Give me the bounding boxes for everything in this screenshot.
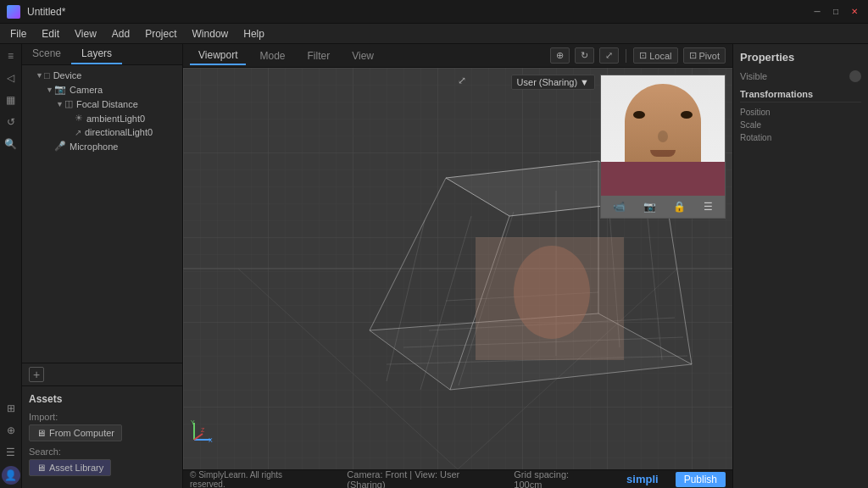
- computer-icon: 🖥: [36, 428, 46, 438]
- arrow-camera: ▼: [46, 86, 54, 94]
- menu-add[interactable]: Add: [105, 26, 136, 42]
- publish-button[interactable]: Publish: [676, 472, 726, 487]
- tree-item-directional[interactable]: ▶ ↗ directionalLight0: [22, 125, 182, 139]
- menu-edit[interactable]: Edit: [35, 26, 66, 42]
- visible-row: Visible: [740, 70, 861, 82]
- position-field: Position: [740, 108, 861, 117]
- minimize-btn[interactable]: ─: [810, 5, 824, 19]
- icon-ambient: ☀: [75, 113, 83, 124]
- add-item-button[interactable]: +: [29, 367, 44, 382]
- tree-item-focal[interactable]: ▼ ◫ Focal Distance: [22, 97, 182, 111]
- expand-viewport-btn[interactable]: ⤢: [458, 75, 466, 86]
- transformations-title: Transformations: [740, 89, 861, 103]
- grid-info: Grid spacing: 100cm: [514, 469, 599, 489]
- tree-item-device[interactable]: ▼ □ Device: [22, 69, 182, 82]
- menu-window[interactable]: Window: [186, 26, 236, 42]
- axes-svg: X Y Z: [190, 419, 215, 444]
- menu-bar: File Edit View Add Project Window Help: [0, 24, 868, 44]
- cam-photo-btn[interactable]: 📷: [643, 201, 656, 213]
- properties-panel: Properties Visible Transformations Posit…: [732, 44, 868, 488]
- icon-microphone: 🎤: [54, 141, 66, 152]
- icon-device: □: [44, 70, 50, 80]
- label-ambient: ambientLight0: [86, 114, 145, 124]
- user-sharing-btn[interactable]: User (Sharing) ▼: [511, 75, 595, 90]
- import-label: Import:: [29, 412, 175, 422]
- svg-point-23: [514, 246, 590, 339]
- left-icon-user[interactable]: 👤: [2, 466, 20, 485]
- scale-btn[interactable]: ⤢: [599, 47, 619, 64]
- tab-mode[interactable]: Mode: [251, 47, 293, 64]
- tab-view[interactable]: View: [343, 47, 382, 64]
- icon-focal: ◫: [64, 98, 73, 109]
- menu-project[interactable]: Project: [138, 26, 183, 42]
- expand-icon: ⤢: [458, 75, 466, 86]
- user-sharing-area: User (Sharing) ▼: [511, 75, 595, 90]
- cam-video-btn[interactable]: 📹: [613, 201, 626, 213]
- svg-line-26: [194, 434, 203, 440]
- menu-help[interactable]: Help: [236, 26, 271, 42]
- sharing-label: User (Sharing): [517, 77, 578, 87]
- tab-scene[interactable]: Scene: [22, 44, 71, 64]
- pivot-btn[interactable]: ⊡ Pivot: [683, 47, 726, 64]
- rotation-field: Rotation: [740, 133, 861, 142]
- svg-text:Y: Y: [191, 419, 195, 425]
- scene-tree: ▼ □ Device ▼ 📷 Camera ▼ ◫ Focal Distance…: [22, 65, 182, 363]
- axes-indicator: X Y Z: [190, 419, 215, 444]
- tab-viewport[interactable]: Viewport: [190, 47, 246, 65]
- scale-label: Scale: [740, 120, 861, 130]
- left-icon-plus[interactable]: ⊕: [3, 422, 19, 439]
- transformations-section: Transformations Position Scale Rotation: [740, 89, 861, 142]
- left-icon-undo[interactable]: ↺: [3, 114, 19, 130]
- transform-btn[interactable]: ⊕: [550, 47, 570, 64]
- visible-toggle[interactable]: [849, 70, 861, 82]
- scene-add-section: +: [22, 363, 182, 385]
- left-icon-menu[interactable]: ≡: [3, 47, 19, 64]
- left-icon-add-panel[interactable]: ⊞: [3, 400, 19, 417]
- scene-panel: Scene Layers ▼ □ Device ▼ 📷 Camera ▼ ◫ F…: [22, 44, 183, 488]
- tab-layers[interactable]: Layers: [71, 44, 122, 64]
- cam-lock-btn[interactable]: 🔒: [673, 201, 686, 213]
- scene-tabs: Scene Layers: [22, 44, 182, 65]
- rotation-label: Rotation: [740, 133, 861, 142]
- svg-text:Z: Z: [201, 427, 205, 433]
- from-computer-button[interactable]: 🖥 From Computer: [29, 424, 122, 441]
- camera-info: Camera: Front | View: User (Sharing): [347, 469, 500, 489]
- visible-section: Visible: [740, 70, 861, 82]
- brand-logo: simpli: [626, 473, 659, 485]
- chevron-down-icon: ▼: [580, 77, 589, 87]
- library-icon: 🖥: [36, 463, 46, 473]
- label-microphone: Microphone: [70, 141, 118, 152]
- tree-item-camera[interactable]: ▼ 📷 Camera: [22, 82, 182, 97]
- transform-icon: ⊕: [556, 50, 564, 61]
- local-btn[interactable]: ⊡ Local: [633, 47, 677, 64]
- search-section: Search: 🖥 Asset Library: [29, 446, 175, 476]
- copyright-text: © SimplyLearn. All rights reserved.: [190, 470, 320, 489]
- asset-library-button[interactable]: 🖥 Asset Library: [29, 459, 111, 476]
- label-camera: Camera: [70, 85, 103, 95]
- close-btn[interactable]: ✕: [848, 5, 861, 19]
- local-icon: ⊡: [639, 50, 647, 61]
- tree-item-microphone[interactable]: ▶ 🎤 Microphone: [22, 139, 182, 153]
- rotate-icon: ↻: [581, 50, 588, 61]
- app-title: Untitled*: [27, 6, 65, 18]
- left-icon-search[interactable]: 🔍: [3, 136, 19, 152]
- toolbar-divider1: [626, 49, 626, 63]
- tab-filter[interactable]: Filter: [299, 47, 339, 64]
- assets-title: Assets: [29, 393, 175, 405]
- viewport-content[interactable]: 📹 📷 🔒 ☰ User (Sharing) ▼ ⤢: [183, 68, 732, 469]
- maximize-btn[interactable]: □: [829, 5, 843, 19]
- position-label: Position: [740, 108, 861, 117]
- rotate-btn[interactable]: ↻: [575, 47, 594, 64]
- icon-directional: ↗: [75, 128, 81, 137]
- left-icon-back[interactable]: ◁: [3, 69, 19, 86]
- left-icon-layers[interactable]: ☰: [3, 444, 19, 461]
- cam-menu-btn[interactable]: ☰: [704, 201, 713, 213]
- camera-preview-panel: 📹 📷 🔒 ☰: [600, 75, 726, 219]
- icon-camera: 📷: [54, 84, 66, 95]
- left-icon-grid[interactable]: ▦: [3, 92, 19, 108]
- scale-field: Scale: [740, 120, 861, 130]
- label-focal: Focal Distance: [76, 99, 138, 109]
- menu-view[interactable]: View: [68, 26, 103, 42]
- menu-file[interactable]: File: [3, 26, 33, 42]
- tree-item-ambient[interactable]: ▶ ☀ ambientLight0: [22, 111, 182, 125]
